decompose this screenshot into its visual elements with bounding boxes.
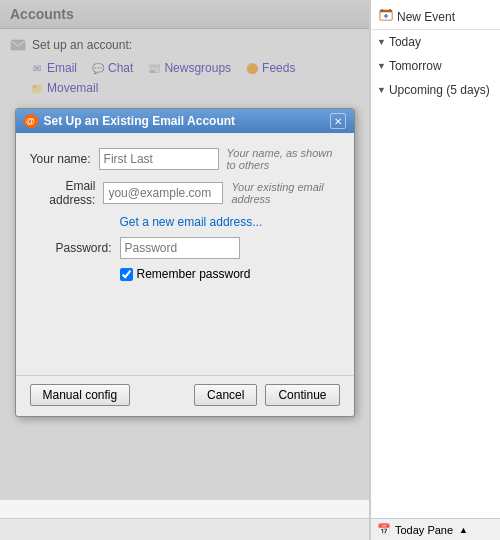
dialog-title-bar: @ Set Up an Existing Email Account ✕ <box>16 109 354 133</box>
dialog-title-icon: @ <box>24 114 38 128</box>
cancel-button[interactable]: Cancel <box>194 384 257 406</box>
manual-config-button[interactable]: Manual config <box>30 384 131 406</box>
new-event-button[interactable]: New Event <box>371 4 500 30</box>
dialog-overlay: @ Set Up an Existing Email Account ✕ You… <box>0 0 369 500</box>
right-panel-top: New Event ▼ Today ▼ Tomorrow ▼ Upcoming … <box>371 0 500 518</box>
tomorrow-section: ▼ Tomorrow <box>371 54 500 78</box>
email-input[interactable] <box>103 182 223 204</box>
password-row: Password: <box>30 237 340 259</box>
password-label: Password: <box>30 241 120 255</box>
today-chevron: ▼ <box>377 37 386 47</box>
upcoming-chevron: ▼ <box>377 85 386 95</box>
today-pane-arrow: ▲ <box>459 525 468 535</box>
tomorrow-label: Tomorrow <box>389 59 442 73</box>
upcoming-section-header[interactable]: ▼ Upcoming (5 days) <box>371 80 500 100</box>
dialog-body: Your name: Your name, as shown to others… <box>16 133 354 295</box>
name-hint: Your name, as shown to others <box>227 147 340 171</box>
email-label: Email address: <box>30 179 104 207</box>
continue-button[interactable]: Continue <box>265 384 339 406</box>
name-label: Your name: <box>30 152 99 166</box>
password-input[interactable] <box>120 237 240 259</box>
today-section-header[interactable]: ▼ Today <box>371 32 500 52</box>
remember-password-row: Remember password <box>120 267 340 281</box>
tomorrow-section-header[interactable]: ▼ Tomorrow <box>371 56 500 76</box>
name-input[interactable] <box>99 148 219 170</box>
status-bar <box>0 518 369 540</box>
dialog-title-content: @ Set Up an Existing Email Account <box>24 114 236 128</box>
new-event-icon <box>379 8 393 25</box>
dialog-close-button[interactable]: ✕ <box>330 113 346 129</box>
today-pane-icon <box>377 523 391 537</box>
tomorrow-chevron: ▼ <box>377 61 386 71</box>
today-section: ▼ Today <box>371 30 500 54</box>
footer-left: Manual config <box>30 384 131 406</box>
email-hint: Your existing email address <box>231 181 339 205</box>
dialog-title-text: Set Up an Existing Email Account <box>44 114 236 128</box>
get-new-email-link[interactable]: Get a new email address... <box>120 215 340 229</box>
name-row: Your name: Your name, as shown to others <box>30 147 340 171</box>
upcoming-section: ▼ Upcoming (5 days) <box>371 78 500 102</box>
remember-password-label: Remember password <box>137 267 251 281</box>
today-pane-label: Today Pane <box>395 524 453 536</box>
today-pane-toggle[interactable]: Today Pane ▲ <box>371 518 500 540</box>
email-setup-dialog: @ Set Up an Existing Email Account ✕ You… <box>15 108 355 417</box>
today-label: Today <box>389 35 421 49</box>
dialog-footer: Manual config Cancel Continue <box>16 375 354 416</box>
upcoming-label: Upcoming (5 days) <box>389 83 490 97</box>
new-event-label: New Event <box>397 10 455 24</box>
right-panel: New Event ▼ Today ▼ Tomorrow ▼ Upcoming … <box>370 0 500 540</box>
email-row: Email address: Your existing email addre… <box>30 179 340 207</box>
left-panel: Accounts Set up an account: Email Chat <box>0 0 370 540</box>
remember-password-checkbox[interactable] <box>120 268 133 281</box>
